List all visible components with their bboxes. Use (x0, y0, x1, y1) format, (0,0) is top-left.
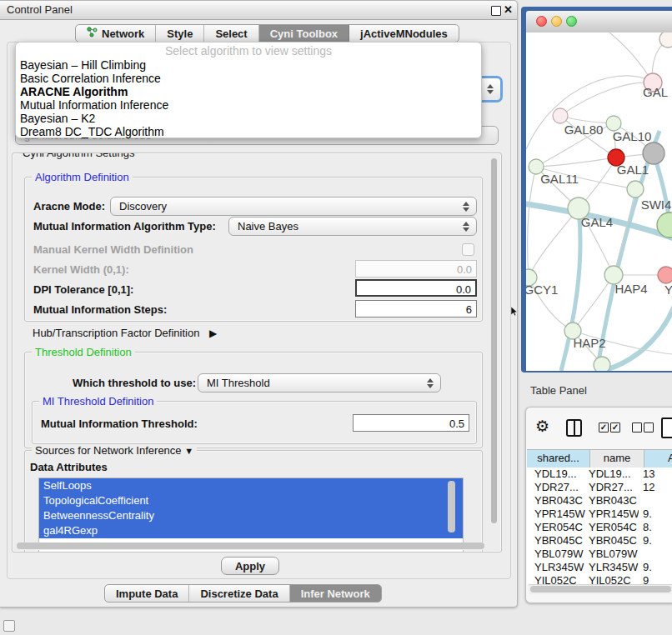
cell-shared-name: YPR145W (527, 508, 585, 521)
settings-vertical-scrollbar[interactable] (489, 157, 499, 540)
algorithm-option[interactable]: Bayesian – K2 (16, 112, 481, 125)
apply-button[interactable]: Apply (221, 557, 279, 575)
mi-threshold-group: MI Threshold Definition Mutual Informati… (32, 401, 477, 444)
table-row[interactable]: YER054CYER054C8. (527, 521, 672, 534)
tab-discretize-data-label: Discretize Data (200, 588, 278, 600)
aracne-mode-label: Aracne Mode: (33, 200, 105, 212)
tab-network[interactable]: Network (76, 25, 156, 42)
hub-definition-toggle[interactable]: Hub/Transcription Factor Definition ▶ (33, 327, 217, 339)
attribute-item-selected[interactable]: TopologicalCoefficient (39, 493, 463, 508)
network-node[interactable] (659, 32, 672, 48)
cell-shared-name: YER054C (527, 521, 585, 534)
network-node-swi4[interactable] (627, 181, 644, 198)
unchecked-checkbox-icon[interactable] (644, 422, 654, 432)
cell-name: YDR27... (585, 481, 639, 494)
which-threshold-combo[interactable]: MI Threshold (198, 373, 441, 392)
split-columns-icon[interactable] (566, 419, 582, 437)
settings-group-title: Cyni Algorithm Settings (19, 152, 138, 159)
cell-value: 13 (639, 468, 672, 481)
table-row[interactable]: YDR27...YDR27...12 (527, 481, 672, 494)
column-header-name[interactable]: name (590, 450, 644, 468)
control-panel-title: Control Panel (7, 1, 73, 19)
network-node-gray[interactable] (643, 142, 664, 164)
node-label: GAL1 (617, 162, 649, 177)
node-label: HAP2 (573, 336, 605, 350)
algorithm-option[interactable]: Mutual Information Inference (16, 98, 481, 112)
scrollbar-thumb[interactable] (530, 586, 671, 592)
checked-checkbox-icon[interactable]: ✓ (599, 422, 609, 432)
table-row[interactable]: YPR145WYPR145W9. (527, 508, 672, 521)
cell-value (639, 494, 672, 508)
table-row[interactable]: YDL19...YDL19...13 (527, 468, 672, 481)
network-node-gal80[interactable] (553, 108, 568, 123)
attribute-item-selected[interactable]: gal4RGexp (39, 523, 463, 538)
minimize-traffic-light-icon[interactable] (551, 16, 562, 27)
table-row[interactable]: YBR045CYBR045C9. (527, 534, 672, 548)
settings-horizontal-scrollbar[interactable] (15, 542, 486, 550)
aracne-mode-combo[interactable]: Discovery (110, 197, 477, 216)
tab-discretize-data[interactable]: Discretize Data (189, 585, 289, 602)
document-icon[interactable] (661, 418, 672, 438)
gear-icon[interactable]: ⚙ (535, 418, 549, 436)
algorithm-option[interactable]: Basic Correlation Inference (16, 72, 481, 85)
screen: Control Panel ✕ Network Style Select Cyn… (0, 0, 672, 635)
cell-shared-name: YDL19... (527, 468, 585, 481)
unchecked-checkbox-icon[interactable] (632, 422, 642, 432)
network-window-titlebar[interactable] (526, 11, 672, 33)
mouse-cursor (511, 307, 519, 317)
minimized-panel-icon[interactable] (3, 620, 15, 632)
attribute-item-selected[interactable]: SelfLoops (39, 478, 463, 493)
tab-style-label: Style (167, 28, 193, 40)
dpi-tolerance-field[interactable]: 0.0 (355, 279, 477, 297)
network-node-salmon[interactable] (658, 267, 672, 283)
attribute-item-selected[interactable]: BetweennessCentrality (39, 508, 463, 523)
scrollbar-thumb[interactable] (491, 158, 497, 523)
table-panel-window: ⚙ ✓ ✓ shared... name A YDL19...YDL19...1… (525, 407, 672, 603)
cell-shared-name: YLR345W (527, 561, 585, 574)
node-label: GCY1 (526, 282, 558, 297)
restore-window-icon[interactable] (491, 6, 501, 16)
cyni-algorithm-settings-group: Cyni Algorithm Settings Algorithm Defini… (12, 152, 502, 552)
mi-threshold-field[interactable]: 0.5 (353, 414, 469, 432)
cell-name: YBL079W (585, 548, 639, 561)
algorithm-option[interactable]: Dream8 DC_TDC Algorithm (16, 125, 481, 138)
table-horizontal-scrollbar[interactable] (529, 584, 672, 594)
algorithm-definition-group: Algorithm Definition Aracne Mode: Discov… (24, 177, 483, 322)
dpi-tolerance-label: DPI Tolerance [0,1]: (33, 283, 133, 296)
column-header-shared-name[interactable]: shared... (527, 450, 590, 468)
list-scrollbar-thumb[interactable] (448, 481, 455, 532)
control-panel-titlebar[interactable]: Control Panel ✕ (0, 1, 517, 20)
table-row[interactable]: YIL052CYIL052C9 (527, 574, 672, 584)
table-body: YDL19...YDL19...13 YDR27...YDR27...12 YB… (527, 468, 672, 584)
table-row[interactable]: YLR345WYLR345W9. (527, 561, 672, 574)
table-row[interactable]: YBL079WYBL079W (527, 548, 672, 561)
kernel-width-field[interactable]: 0.0 (355, 260, 477, 278)
cell-value: 12 (639, 481, 672, 494)
zoom-traffic-light-icon[interactable] (566, 16, 577, 27)
network-node[interactable] (594, 357, 610, 371)
table-panel-title: Table Panel (530, 384, 587, 397)
mi-steps-field[interactable]: 6 (355, 300, 477, 318)
tab-cyni-toolbox[interactable]: Cyni Toolbox (259, 25, 349, 42)
close-window-icon[interactable]: ✕ (504, 1, 513, 19)
cell-value: 9. (639, 534, 672, 548)
cell-shared-name: YBR045C (527, 534, 585, 548)
tab-impute-data[interactable]: Impute Data (105, 585, 189, 602)
sources-group-title[interactable]: Sources for Network Inference ▼ (32, 444, 197, 458)
manual-kernel-checkbox[interactable] (462, 243, 474, 256)
tab-jactivemnodules[interactable]: jActiveMNodules (349, 25, 459, 42)
tab-select[interactable]: Select (204, 25, 258, 42)
checked-checkbox-icon[interactable]: ✓ (610, 422, 620, 432)
scrollbar-thumb[interactable] (17, 542, 484, 549)
table-row[interactable]: YBR043CYBR043C (527, 494, 672, 508)
close-traffic-light-icon[interactable] (536, 16, 547, 27)
column-header-partial[interactable]: A (644, 450, 672, 468)
cell-shared-name: YBL079W (527, 548, 585, 561)
mi-type-combo[interactable]: Naive Bayes (228, 217, 477, 236)
network-canvas[interactable]: GAL80 GAL10 GAL1 GAL11 SWI4 GAL4 GCY1 HA… (526, 32, 672, 371)
cell-shared-name: YDR27... (527, 481, 585, 494)
tab-infer-network[interactable]: Infer Network (290, 585, 381, 602)
algorithm-option[interactable]: Bayesian – Hill Climbing (16, 58, 481, 72)
tab-style[interactable]: Style (156, 25, 204, 42)
algorithm-option-selected[interactable]: ARACNE Algorithm (16, 85, 481, 98)
